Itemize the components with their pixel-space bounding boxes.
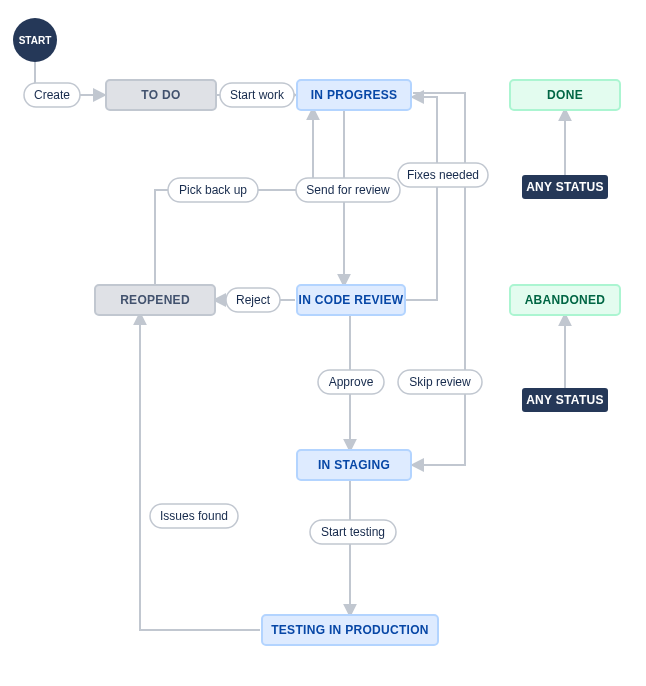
status-any-1[interactable]: ANY STATUS — [522, 175, 608, 199]
status-in-progress[interactable]: IN PROGRESS — [297, 80, 411, 110]
svg-text:TO DO: TO DO — [141, 88, 180, 102]
svg-text:Fixes needed: Fixes needed — [407, 168, 479, 182]
transition-skip-review[interactable]: Skip review — [398, 370, 482, 394]
svg-text:REOPENED: REOPENED — [120, 293, 190, 307]
svg-text:Send for review: Send for review — [306, 183, 390, 197]
status-testing-in-production[interactable]: TESTING IN PRODUCTION — [262, 615, 438, 645]
svg-text:Create: Create — [34, 88, 70, 102]
svg-text:Start testing: Start testing — [321, 525, 385, 539]
transition-start-work[interactable]: Start work — [220, 83, 294, 107]
workflow-diagram: START Create Start work Send for review … — [0, 0, 646, 686]
transition-fixes-needed[interactable]: Fixes needed — [398, 163, 488, 187]
transition-issues-found[interactable]: Issues found — [150, 504, 238, 528]
svg-text:TESTING IN PRODUCTION: TESTING IN PRODUCTION — [271, 623, 429, 637]
svg-text:ABANDONED: ABANDONED — [525, 293, 606, 307]
start-label: START — [19, 35, 52, 46]
transition-approve[interactable]: Approve — [318, 370, 384, 394]
svg-text:Start work: Start work — [230, 88, 285, 102]
svg-text:Issues found: Issues found — [160, 509, 228, 523]
svg-text:Approve: Approve — [329, 375, 374, 389]
start-node[interactable]: START — [13, 18, 57, 62]
svg-text:ANY STATUS: ANY STATUS — [526, 180, 604, 194]
svg-text:ANY STATUS: ANY STATUS — [526, 393, 604, 407]
edge-codereview-inprogress — [405, 97, 437, 300]
status-reopened[interactable]: REOPENED — [95, 285, 215, 315]
transition-create[interactable]: Create — [24, 83, 80, 107]
status-in-staging[interactable]: IN STAGING — [297, 450, 411, 480]
transition-start-testing[interactable]: Start testing — [310, 520, 396, 544]
status-done[interactable]: DONE — [510, 80, 620, 110]
status-todo[interactable]: TO DO — [106, 80, 216, 110]
svg-text:Reject: Reject — [236, 293, 271, 307]
transition-pick-back-up[interactable]: Pick back up — [168, 178, 258, 202]
status-abandoned[interactable]: ABANDONED — [510, 285, 620, 315]
svg-text:Skip review: Skip review — [409, 375, 471, 389]
svg-text:IN STAGING: IN STAGING — [318, 458, 390, 472]
status-in-code-review[interactable]: IN CODE REVIEW — [297, 285, 405, 315]
svg-text:IN CODE REVIEW: IN CODE REVIEW — [299, 293, 404, 307]
svg-text:IN PROGRESS: IN PROGRESS — [311, 88, 398, 102]
transition-reject[interactable]: Reject — [226, 288, 280, 312]
transition-send-for-review[interactable]: Send for review — [296, 178, 400, 202]
svg-text:Pick back up: Pick back up — [179, 183, 247, 197]
svg-text:DONE: DONE — [547, 88, 583, 102]
edge-inprogress-staging — [413, 93, 465, 465]
edge-testing-reopened — [140, 314, 260, 630]
status-any-2[interactable]: ANY STATUS — [522, 388, 608, 412]
